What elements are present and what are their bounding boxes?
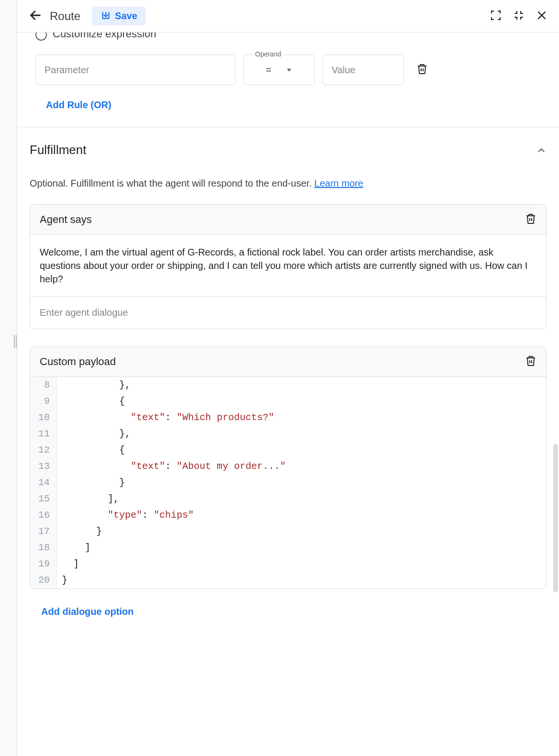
code-content[interactable]: }, { "text": "Which products?" }, { "tex… <box>57 377 291 589</box>
back-arrow-icon[interactable] <box>29 9 42 24</box>
save-button[interactable]: Save <box>92 7 146 25</box>
custom-payload-header: Custom payload <box>30 347 546 377</box>
radio-icon <box>35 33 47 41</box>
chevron-up-icon <box>536 145 547 156</box>
code-editor[interactable]: 891011121314151617181920 }, { "text": "W… <box>30 377 546 589</box>
panel-body: Customize expression Operand = Add Rule … <box>17 33 559 756</box>
left-rail <box>0 0 17 756</box>
parameter-input[interactable] <box>35 55 235 85</box>
panel-title: Route <box>50 10 80 23</box>
chevron-down-icon <box>286 67 292 73</box>
fulfillment-description: Optional. Fulfillment is what the agent … <box>30 177 547 190</box>
learn-more-link[interactable]: Learn more <box>314 178 363 189</box>
custom-payload-card: Custom payload 891011121314151617181920 … <box>30 346 547 589</box>
operand-floating-label: Operand <box>252 50 284 58</box>
code-gutter: 891011121314151617181920 <box>30 377 57 589</box>
value-input[interactable] <box>323 55 404 85</box>
route-panel: Route Save Customize expression <box>17 0 559 756</box>
operand-select[interactable]: Operand = <box>243 55 315 85</box>
agent-says-header: Agent says <box>30 205 546 235</box>
delete-custom-payload-icon[interactable] <box>525 355 537 369</box>
divider <box>17 127 559 127</box>
svg-marker-4 <box>287 69 291 72</box>
customize-expression-label: Customize expression <box>53 33 156 40</box>
resize-grip[interactable] <box>13 335 17 348</box>
fulfillment-section-header[interactable]: Fulfillment <box>30 143 547 157</box>
operand-value: = <box>266 65 271 76</box>
fullscreen-expand-icon[interactable] <box>490 10 502 23</box>
add-rule-button[interactable]: Add Rule (OR) <box>46 100 112 111</box>
fullscreen-collapse-icon[interactable] <box>513 10 525 23</box>
agent-dialogue-text[interactable]: Welcome, I am the virtual agent of G-Rec… <box>30 235 546 297</box>
delete-agent-says-icon[interactable] <box>525 212 537 227</box>
close-icon[interactable] <box>536 10 548 23</box>
header-actions <box>490 10 548 23</box>
customize-expression-radio[interactable]: Customize expression <box>35 33 547 41</box>
agent-says-title: Agent says <box>40 213 92 226</box>
condition-rule-row: Operand = <box>35 55 547 85</box>
add-dialogue-option-button[interactable]: Add dialogue option <box>41 606 134 617</box>
save-label: Save <box>115 11 137 22</box>
save-icon <box>101 11 111 22</box>
delete-rule-icon[interactable] <box>416 63 428 77</box>
agent-dialogue-input[interactable]: Enter agent dialogue <box>30 297 546 329</box>
scrollbar[interactable] <box>553 444 558 592</box>
agent-says-card: Agent says Welcome, I am the virtual age… <box>30 204 547 329</box>
fulfillment-title: Fulfillment <box>30 143 86 157</box>
custom-payload-title: Custom payload <box>40 356 116 368</box>
panel-header: Route Save <box>17 0 559 33</box>
